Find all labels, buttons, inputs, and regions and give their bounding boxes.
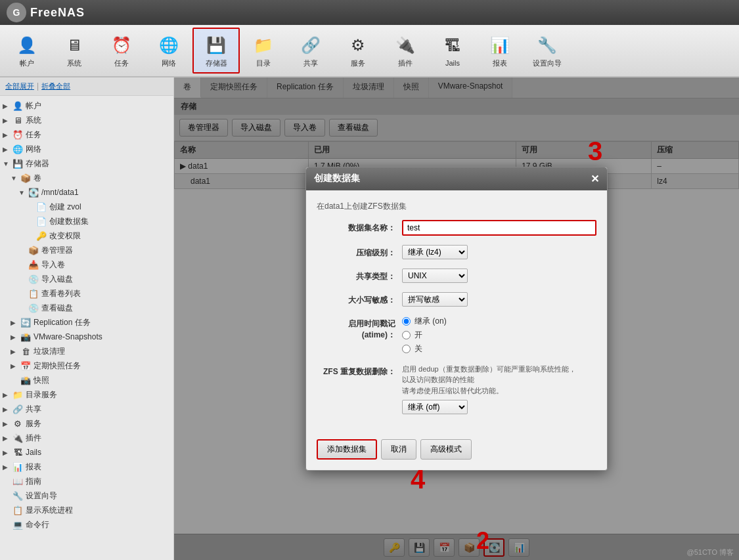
tree-toggle-25: ▶ [3, 463, 12, 471]
jails-icon: 🏗 [441, 34, 464, 58]
tree-label-27: 设置向导 [26, 490, 57, 502]
nav-item-account[interactable]: 👤帐户 [3, 28, 51, 74]
atime-inherit-option[interactable]: 继承 (on) [402, 316, 596, 327]
advanced-mode-btn[interactable]: 高级模式 [420, 439, 472, 460]
nav-item-plugins[interactable]: 🔌插件 [382, 28, 429, 74]
sidebar-item-29[interactable]: 💻命令行 [0, 517, 173, 532]
tree-icon-0: 👤 [12, 100, 24, 112]
nav-item-jails[interactable]: 🏗Jails [429, 28, 476, 74]
atime-off-radio[interactable] [402, 345, 411, 353]
sidebar-item-22[interactable]: ▶⚙服务 [0, 416, 173, 431]
tree-label-26: 指南 [26, 476, 41, 487]
sidebar-item-13[interactable]: 📋查看卷列表 [0, 286, 173, 301]
case-sensitivity-control: 拼写敏感 [402, 292, 596, 307]
sidebar-item-6[interactable]: ▼💽/mnt/data1 [0, 185, 173, 200]
cancel-btn[interactable]: 取消 [381, 439, 416, 460]
sidebar-item-14[interactable]: 💿查看磁盘 [0, 301, 173, 315]
plugins-icon: 🔌 [393, 33, 417, 57]
sidebar-item-26[interactable]: 📖指南 [0, 474, 173, 488]
tree-toggle-6: ▼ [18, 189, 28, 196]
tree-label-17: 垃圾清理 [34, 346, 65, 357]
sidebar-item-7[interactable]: 📄创建 zvol [0, 200, 173, 214]
compression-control: 继承 (lz4) [402, 245, 596, 259]
atime-on-option[interactable]: 开 [402, 330, 596, 341]
sidebar-item-21[interactable]: ▶🔗共享 [0, 402, 173, 416]
sidebar-item-8[interactable]: 📄创建数据集 [0, 214, 173, 228]
atime-row: 启用时间戳记(atime)： 继承 (on) 开 关 [317, 316, 596, 355]
atime-on-radio[interactable] [402, 331, 411, 339]
tree-icon-17: 🗑 [20, 345, 32, 357]
case-sensitivity-row: 大小写敏感： 拼写敏感 [317, 292, 596, 307]
nav-item-directory[interactable]: 📁目录 [240, 28, 287, 74]
system-icon: 🖥 [62, 33, 86, 57]
plugins-label: 插件 [398, 58, 413, 68]
account-label: 帐户 [20, 58, 34, 68]
nav-item-sharing[interactable]: 🔗共享 [287, 28, 334, 74]
sidebar-item-25[interactable]: ▶📊报表 [0, 460, 173, 474]
sidebar-item-11[interactable]: 📥导入卷 [0, 257, 173, 272]
dedup-select[interactable]: 继承 (off) [402, 400, 468, 414]
sidebar-item-9[interactable]: 🔑改变权限 [0, 228, 173, 243]
sidebar-item-12[interactable]: 💿导入磁盘 [0, 272, 173, 286]
sidebar-item-24[interactable]: ▶🏗Jails [0, 445, 173, 460]
sidebar-item-18[interactable]: ▶📅定期快照任务 [0, 358, 173, 373]
nav-item-services[interactable]: ⚙服务 [334, 28, 382, 74]
expand-all-btn[interactable]: 全部展开 [5, 81, 34, 91]
case-sensitivity-select[interactable]: 拼写敏感 [402, 292, 468, 307]
main-layout: 全部展开 | 折叠全部 ▶👤帐户▶🖥系统▶⏰任务▶🌐网络▼💾存储器▼📦卷▼💽/m… [0, 77, 739, 560]
reports-icon: 📊 [488, 33, 512, 57]
logo: G FreeNAS [7, 3, 85, 22]
sidebar-item-15[interactable]: ▶🔄Replication 任务 [0, 315, 173, 330]
compression-select[interactable]: 继承 (lz4) [402, 245, 468, 259]
footer-blog: @51CTO 博客 [687, 548, 734, 557]
sidebar-item-1[interactable]: ▶🖥系统 [0, 113, 173, 127]
tree-icon-5: 📦 [20, 172, 32, 184]
tree-label-0: 帐户 [26, 100, 41, 112]
nav-item-reports[interactable]: 📊报表 [476, 28, 524, 74]
atime-off-option[interactable]: 关 [402, 343, 596, 355]
sidebar-item-20[interactable]: ▶📁目录服务 [0, 387, 173, 402]
sidebar-item-4[interactable]: ▼💾存储器 [0, 156, 173, 171]
logo-text: FreeNAS [30, 6, 85, 20]
tree-label-23: 插件 [26, 433, 41, 444]
storage-label: 存储器 [206, 58, 227, 68]
sidebar-item-3[interactable]: ▶🌐网络 [0, 142, 173, 156]
nav-item-storage[interactable]: 💾存储器 [192, 28, 240, 74]
share-type-control: UNIX [402, 269, 596, 283]
sidebar-item-19[interactable]: 📸快照 [0, 373, 173, 387]
nav-item-tasks[interactable]: ⏰任务 [98, 28, 145, 74]
sidebar-item-16[interactable]: ▶📸VMware-Snapshots [0, 330, 173, 344]
tree-icon-6: 💽 [28, 186, 39, 198]
sidebar-item-28[interactable]: 📋显示系统进程 [0, 503, 173, 517]
dialog-title: 创建数据集 [314, 173, 360, 184]
network-label: 网络 [162, 58, 176, 68]
nav-item-wizard[interactable]: 🔧设置向导 [524, 28, 571, 74]
sidebar-item-10[interactable]: 📦卷管理器 [0, 243, 173, 257]
tree-label-3: 网络 [26, 144, 41, 155]
collapse-all-btn[interactable]: 折叠全部 [41, 81, 70, 91]
tree-icon-24: 🏗 [12, 446, 24, 458]
nav-item-network[interactable]: 🌐网络 [145, 28, 192, 74]
tree-toggle-20: ▶ [3, 391, 12, 398]
sidebar-item-5[interactable]: ▼📦卷 [0, 171, 173, 185]
tree-icon-20: 📁 [12, 389, 24, 400]
sidebar-item-23[interactable]: ▶🔌插件 [0, 431, 173, 445]
atime-radio-group: 继承 (on) 开 关 [402, 316, 596, 355]
reports-label: 报表 [493, 58, 507, 68]
nav-item-system[interactable]: 🖥系统 [51, 28, 98, 74]
dedup-note: 启用 dedup（重复数据删除）可能严重影响系统性能，以及访问数据阵的性能请考虑… [402, 364, 596, 397]
sidebar-item-27[interactable]: 🔧设置向导 [0, 488, 173, 503]
share-type-select[interactable]: UNIX [402, 269, 468, 283]
dataset-name-input[interactable] [402, 220, 596, 236]
case-sensitivity-label: 大小写敏感： [317, 292, 402, 306]
atime-control: 继承 (on) 开 关 [402, 316, 596, 355]
dialog-close-btn[interactable]: ✕ [591, 173, 599, 185]
sidebar-item-0[interactable]: ▶👤帐户 [0, 98, 173, 113]
atime-label: 启用时间戳记(atime)： [317, 316, 402, 341]
tree-icon-15: 🔄 [20, 316, 32, 328]
sidebar-item-2[interactable]: ▶⏰任务 [0, 127, 173, 142]
tree-icon-26: 📖 [12, 475, 24, 487]
sidebar-item-17[interactable]: ▶🗑垃圾清理 [0, 344, 173, 358]
atime-inherit-radio[interactable] [402, 317, 411, 326]
add-dataset-btn[interactable]: 添加数据集 [317, 439, 377, 460]
